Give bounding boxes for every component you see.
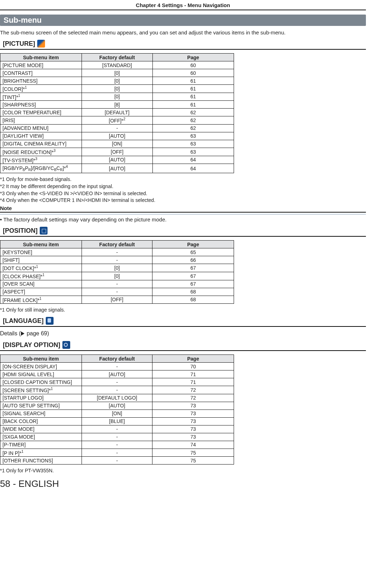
table-row: [ADVANCED MENU]-62 bbox=[0, 124, 234, 132]
table-cell-default: - bbox=[82, 280, 152, 288]
table-row: [AUTO SETUP SETTING][AUTO]73 bbox=[0, 402, 234, 410]
th-page: Page bbox=[152, 54, 234, 61]
th-item: Sub-menu item bbox=[0, 355, 82, 363]
table-cell-page: 65 bbox=[152, 248, 234, 256]
table-row: [OVER SCAN]-67 bbox=[0, 280, 234, 288]
table-cell-default: - bbox=[82, 425, 152, 433]
table-cell-item: [CLOCK PHASE]*1 bbox=[0, 272, 82, 280]
table-cell-page: 60 bbox=[152, 61, 234, 69]
section-language-label: [LANGUAGE] bbox=[3, 317, 44, 325]
table-row: [SHIFT]-66 bbox=[0, 256, 234, 264]
picture-icon bbox=[37, 40, 45, 48]
table-cell-default: [DEFAULT] bbox=[82, 109, 152, 116]
table-cell-default: - bbox=[82, 433, 152, 441]
table-cell-item: [TINT]*1 bbox=[0, 93, 82, 101]
table-cell-item: [KEYSTONE] bbox=[0, 248, 82, 256]
position-footnotes: *1 Only for still image signals. bbox=[0, 307, 366, 313]
table-cell-default: - bbox=[82, 248, 152, 256]
table-header-row: Sub-menu item Factory default Page bbox=[0, 355, 234, 363]
th-default: Factory default bbox=[82, 355, 152, 363]
language-details: Details ( page 69) bbox=[0, 330, 366, 337]
footnote-line: *1 Only for movie-based signals. bbox=[0, 176, 366, 183]
table-cell-item: [AUTO SETUP SETTING] bbox=[0, 402, 82, 410]
table-cell-page: 75 bbox=[152, 457, 234, 465]
table-cell-default: - bbox=[82, 363, 152, 370]
display-option-footnotes: *1 Only for PT-VW355N. bbox=[0, 467, 366, 474]
table-cell-item: [SXGA MODE] bbox=[0, 433, 82, 441]
table-row: [KEYSTONE]-65 bbox=[0, 248, 234, 256]
table-cell-default: [AUTO] bbox=[82, 164, 152, 173]
table-cell-item: [RGB/YPBPR]/[RGB/YCBCR]*4 bbox=[0, 164, 82, 173]
table-row: [ON-SCREEN DISPLAY]-70 bbox=[0, 363, 234, 370]
picture-table: Sub-menu item Factory default Page [PICT… bbox=[0, 53, 234, 173]
th-default: Factory default bbox=[82, 241, 152, 248]
table-cell-item: [SCREEN SETTING]*1 bbox=[0, 386, 82, 394]
table-row: [SCREEN SETTING]*1-72 bbox=[0, 386, 234, 394]
section-picture-label: [PICTURE] bbox=[3, 40, 35, 48]
table-cell-item: [BACK COLOR] bbox=[0, 417, 82, 425]
table-row: [WIDE MODE]-73 bbox=[0, 425, 234, 433]
table-cell-item: [WIDE MODE] bbox=[0, 425, 82, 433]
th-page: Page bbox=[152, 355, 234, 363]
table-row: [TV-SYSTEM]*3[AUTO]64 bbox=[0, 156, 234, 164]
table-row: [SHARPNESS][8]61 bbox=[0, 101, 234, 109]
note-bullet: The factory default settings may vary de… bbox=[0, 216, 366, 222]
table-cell-item: [CONTRAST] bbox=[0, 69, 82, 77]
table-cell-default: [AUTO] bbox=[82, 156, 152, 164]
table-row: [COLOR TEMPERATURE][DEFAULT]62 bbox=[0, 109, 234, 116]
language-icon bbox=[46, 317, 54, 325]
table-cell-page: 67 bbox=[152, 264, 234, 272]
table-cell-item: [SHARPNESS] bbox=[0, 101, 82, 109]
footnote-line: *2 It may be different depending on the … bbox=[0, 183, 366, 190]
table-cell-page: 62 bbox=[152, 116, 234, 125]
picture-footnotes: *1 Only for movie-based signals.*2 It ma… bbox=[0, 176, 366, 204]
table-row: [CLOCK PHASE]*1[0]67 bbox=[0, 272, 234, 280]
table-cell-item: [DIGITAL CINEMA REALITY] bbox=[0, 140, 82, 148]
table-cell-page: 63 bbox=[152, 132, 234, 140]
section-position-label: [POSITION] bbox=[3, 227, 38, 235]
table-cell-item: [ON-SCREEN DISPLAY] bbox=[0, 363, 82, 370]
note-divider bbox=[0, 214, 366, 214]
section-display-option-label: [DISPLAY OPTION] bbox=[3, 341, 60, 349]
table-cell-page: 64 bbox=[152, 164, 234, 173]
table-cell-page: 73 bbox=[152, 433, 234, 441]
table-cell-page: 62 bbox=[152, 124, 234, 132]
section-display-option-heading: [DISPLAY OPTION] bbox=[0, 340, 366, 351]
th-page: Page bbox=[152, 241, 234, 248]
table-cell-item: [ADVANCED MENU] bbox=[0, 124, 82, 132]
table-cell-item: [OVER SCAN] bbox=[0, 280, 82, 288]
table-cell-default: - bbox=[82, 288, 152, 296]
table-cell-item: [COLOR TEMPERATURE] bbox=[0, 109, 82, 116]
table-header-row: Sub-menu item Factory default Page bbox=[0, 241, 234, 248]
table-cell-item: [CLOSED CAPTION SETTING] bbox=[0, 378, 82, 386]
submenu-title: Sub-menu bbox=[0, 15, 366, 26]
section-picture-heading: [PICTURE] bbox=[0, 39, 366, 50]
chapter-header: Chapter 4 Settings - Menu Navigation bbox=[0, 0, 366, 10]
table-cell-default: [8] bbox=[82, 101, 152, 109]
table-cell-page: 63 bbox=[152, 140, 234, 148]
table-cell-page: 71 bbox=[152, 370, 234, 378]
table-cell-default: - bbox=[82, 124, 152, 132]
table-cell-item: [P IN P]*1 bbox=[0, 449, 82, 457]
position-icon bbox=[40, 227, 48, 235]
details-page: page 69) bbox=[25, 330, 49, 336]
table-cell-default: [ON] bbox=[82, 410, 152, 417]
table-row: [CONTRAST][0]60 bbox=[0, 69, 234, 77]
display-option-icon bbox=[62, 341, 70, 349]
table-cell-default: - bbox=[82, 441, 152, 449]
table-cell-default: - bbox=[82, 378, 152, 386]
table-cell-page: 68 bbox=[152, 296, 234, 304]
section-position-heading: [POSITION] bbox=[0, 226, 366, 237]
table-cell-item: [DOT CLOCK]*1 bbox=[0, 264, 82, 272]
table-cell-item: [OTHER FUNCTIONS] bbox=[0, 457, 82, 465]
table-cell-default: [ON] bbox=[82, 140, 152, 148]
table-cell-page: 71 bbox=[152, 378, 234, 386]
table-cell-item: [P-TIMER] bbox=[0, 441, 82, 449]
table-cell-default: [OFF]*2 bbox=[82, 116, 152, 125]
arrow-right-icon bbox=[21, 331, 24, 336]
table-row: [IRIS][OFF]*262 bbox=[0, 116, 234, 125]
table-cell-default: - bbox=[82, 386, 152, 394]
table-cell-page: 67 bbox=[152, 272, 234, 280]
table-cell-page: 61 bbox=[152, 93, 234, 101]
th-default: Factory default bbox=[82, 54, 152, 61]
